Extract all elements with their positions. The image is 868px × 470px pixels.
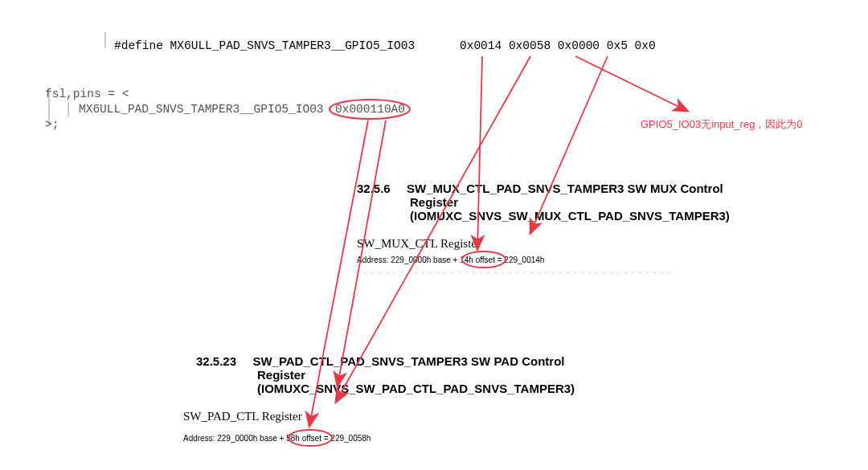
doc1-section: 32.5.6 xyxy=(357,182,391,195)
doc1-addr-suffix: = 229_0014h xyxy=(497,255,545,264)
doc1-title-l2: Register xyxy=(410,195,458,209)
code-line1: fsl,pins = < xyxy=(45,88,129,100)
arrow-110a0-b xyxy=(338,121,386,386)
doc2-title-l2: Register xyxy=(257,368,305,382)
doc1-title-l3: (IOMUXC_SNVS_SW_MUX_CTL_PAD_SNVS_TAMPER3… xyxy=(410,209,730,223)
doc1-subtitle: SW_MUX_CTL Register xyxy=(357,237,481,250)
doc2-addr-prefix: Address: 229_0000h base + xyxy=(183,434,284,443)
define-hex-values: 0x0014 0x0058 0x0000 0x5 0x0 xyxy=(460,39,656,52)
annotation-overlay xyxy=(0,0,868,470)
doc1-addr-offset: 14h offset xyxy=(460,255,495,264)
doc2-section: 32.5.23 xyxy=(196,354,236,368)
doc-section-2: 32.5.23 SW_PAD_CTL_PAD_SNVS_TAMPER3 SW P… xyxy=(196,354,575,395)
arrow-0x0000 xyxy=(575,56,687,111)
doc2-addr-offset: 58h offset xyxy=(286,434,321,443)
doc2-title-l3: (IOMUXC_SNVS_SW_PAD_CTL_PAD_SNVS_TAMPER3… xyxy=(257,382,575,395)
doc-section-1: 32.5.6 SW_MUX_CTL_PAD_SNVS_TAMPER3 SW MU… xyxy=(357,182,730,223)
doc2-subtitle: SW_PAD_CTL Register xyxy=(183,410,302,423)
code-line3: >; xyxy=(45,118,59,131)
define-macro: #define MX6ULL_PAD_SNVS_TAMPER3__GPIO5_I… xyxy=(114,39,415,52)
doc2-title-l1: SW_PAD_CTL_PAD_SNVS_TAMPER3 SW PAD Contr… xyxy=(252,354,564,368)
doc2-addr-suffix: = 229_0058h xyxy=(324,434,371,443)
doc1-addr-prefix: Address: 229_0000h base + xyxy=(357,255,457,264)
code-line2-prefix: MX6ULL_PAD_SNVS_TAMPER3__GPIO5_IO03 xyxy=(79,103,324,116)
doc1-title-l1: SW_MUX_CTL_PAD_SNVS_TAMPER3 SW MUX Contr… xyxy=(407,182,723,195)
code-line2-value: 0x000110A0 xyxy=(335,103,405,116)
annotation-text: GPIO5_IO03无input_reg，因此为0 xyxy=(641,118,803,130)
